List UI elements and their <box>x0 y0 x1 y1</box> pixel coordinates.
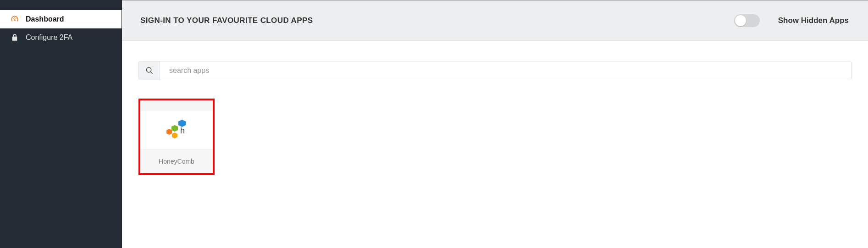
honeycomb-icon: h <box>140 110 213 149</box>
main-area: SIGN-IN TO YOUR FAVOURITE CLOUD APPS Sho… <box>122 0 868 248</box>
header-bar: SIGN-IN TO YOUR FAVOURITE CLOUD APPS Sho… <box>122 1 868 40</box>
search-icon <box>139 61 160 80</box>
show-hidden-apps-label: Show Hidden Apps <box>778 16 849 25</box>
show-hidden-apps-toggle[interactable] <box>734 14 760 27</box>
app-tile-header <box>140 100 213 110</box>
sidebar: Dashboard Configure 2FA <box>0 0 122 248</box>
app-tile-honeycomb[interactable]: h HoneyComb <box>138 99 215 175</box>
search-bar <box>138 61 851 80</box>
content-card: h HoneyComb <box>122 40 868 248</box>
search-input[interactable] <box>160 61 851 80</box>
header-right: Show Hidden Apps <box>734 14 849 27</box>
svg-text:h: h <box>180 126 185 135</box>
svg-marker-3 <box>172 132 177 138</box>
sidebar-item-configure-2fa[interactable]: Configure 2FA <box>0 28 122 47</box>
app-tile-label: HoneyComb <box>140 149 213 173</box>
page-title: SIGN-IN TO YOUR FAVOURITE CLOUD APPS <box>140 16 313 25</box>
lock-icon <box>10 33 19 42</box>
sidebar-item-dashboard[interactable]: Dashboard <box>0 10 122 28</box>
svg-marker-1 <box>171 125 178 132</box>
toggle-knob <box>735 15 746 26</box>
sidebar-item-label: Dashboard <box>26 15 64 23</box>
svg-marker-2 <box>166 129 172 135</box>
sidebar-item-label: Configure 2FA <box>26 33 72 42</box>
dashboard-icon <box>10 15 19 24</box>
